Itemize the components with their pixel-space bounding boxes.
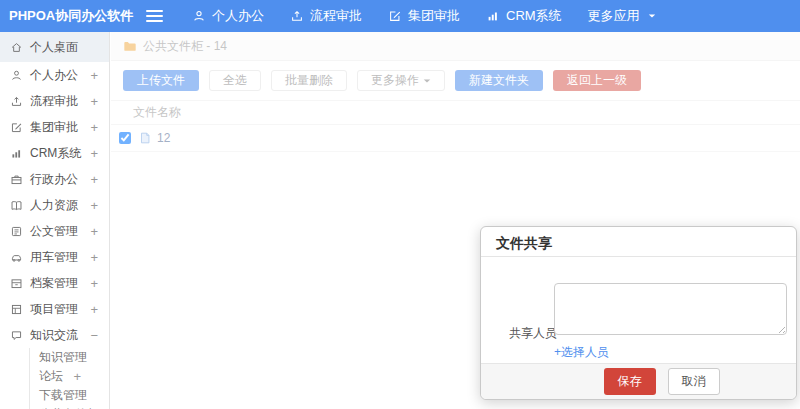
share-members-label: 共享人员 bbox=[509, 325, 557, 342]
document-icon bbox=[10, 225, 23, 238]
sidebar-subitem-label: 知识管理 bbox=[39, 349, 87, 366]
sidebar-item-human-resources[interactable]: 人力资源 + bbox=[0, 192, 109, 218]
sidebar-item-administrative-office[interactable]: 行政办公 + bbox=[0, 166, 109, 192]
book-icon bbox=[10, 199, 23, 212]
car-icon bbox=[10, 251, 23, 264]
nav-item-personal-office[interactable]: 个人办公 bbox=[179, 0, 277, 32]
caret-down-icon bbox=[648, 12, 656, 20]
sidebar-item-label: 个人办公 bbox=[30, 67, 78, 84]
dialog-body: 共享人员 +选择人员 bbox=[481, 257, 796, 363]
sidebar-item-crm-system[interactable]: CRM系统 + bbox=[0, 140, 109, 166]
sidebar-item-label: 人力资源 bbox=[30, 197, 78, 214]
sidebar-item-label: 流程审批 bbox=[30, 93, 78, 110]
expand-icon: + bbox=[90, 68, 98, 83]
select-all-button[interactable]: 全选 bbox=[209, 70, 261, 91]
dialog-footer: 保存 取消 bbox=[481, 363, 796, 399]
flow-icon bbox=[290, 9, 304, 23]
expand-icon: + bbox=[90, 172, 98, 187]
file-toolbar: 上传文件 全选 批量删除 更多操作 新建文件夹 返回上一级 bbox=[111, 61, 800, 100]
batch-delete-button[interactable]: 批量删除 bbox=[271, 70, 347, 91]
expand-icon: + bbox=[90, 146, 98, 161]
top-menu: 个人办公 流程审批 集团审批 CRM系统 更多应用 bbox=[179, 0, 669, 32]
upload-file-button[interactable]: 上传文件 bbox=[123, 70, 199, 91]
folder-icon bbox=[123, 39, 137, 53]
chart-icon bbox=[10, 147, 23, 160]
archive-icon bbox=[10, 277, 23, 290]
sidebar-submenu: 知识管理 论坛 + 下载管理 公共文件柜 bbox=[29, 348, 109, 409]
sidebar-subitem-forum[interactable]: 论坛 + bbox=[30, 367, 109, 386]
sidebar-subitem-label: 论坛 bbox=[39, 368, 63, 385]
top-navbar: PHPOA协同办公软件 个人办公 流程审批 集团审批 CRM系统 更多应用 bbox=[0, 0, 800, 32]
share-members-field-wrap bbox=[554, 283, 787, 335]
share-members-textarea[interactable] bbox=[554, 283, 787, 335]
expand-icon: + bbox=[90, 224, 98, 239]
table-header: 文件名称 bbox=[111, 100, 800, 125]
sidebar-item-label: 知识交流 bbox=[30, 327, 78, 344]
file-share-dialog: 文件共享 共享人员 +选择人员 保存 取消 bbox=[480, 226, 797, 400]
expand-icon: + bbox=[90, 302, 98, 317]
cancel-button[interactable]: 取消 bbox=[668, 368, 720, 395]
go-back-button[interactable]: 返回上一级 bbox=[553, 70, 641, 91]
user-icon bbox=[192, 9, 206, 23]
sidebar-item-label: 用车管理 bbox=[30, 249, 78, 266]
sidebar-item-label: 项目管理 bbox=[30, 301, 78, 318]
app-window: PHPOA协同办公软件 个人办公 流程审批 集团审批 CRM系统 更多应用 bbox=[0, 0, 800, 409]
more-actions-label: 更多操作 bbox=[371, 72, 419, 89]
nav-item-label: 流程审批 bbox=[310, 7, 362, 25]
sidebar-item-personal-office[interactable]: 个人办公 + bbox=[0, 62, 109, 88]
sidebar-item-label: CRM系统 bbox=[30, 145, 81, 162]
new-folder-button[interactable]: 新建文件夹 bbox=[455, 70, 543, 91]
breadcrumb: 公共文件柜 - 14 bbox=[143, 38, 227, 55]
expand-icon: + bbox=[73, 369, 81, 384]
project-icon bbox=[10, 303, 23, 316]
briefcase-icon bbox=[10, 173, 23, 186]
nav-item-label: 更多应用 bbox=[588, 7, 640, 25]
sidebar-item-label: 档案管理 bbox=[30, 275, 78, 292]
edit-icon bbox=[10, 121, 23, 134]
nav-item-label: 集团审批 bbox=[408, 7, 460, 25]
sidebar-item-official-docs[interactable]: 公文管理 + bbox=[0, 218, 109, 244]
expand-icon: + bbox=[90, 276, 98, 291]
nav-item-group-approval[interactable]: 集团审批 bbox=[375, 0, 473, 32]
select-members-link[interactable]: +选择人员 bbox=[554, 344, 609, 361]
sidebar-subitem-public-file-cabinet[interactable]: 公共文件柜 bbox=[30, 405, 109, 409]
sidebar-item-project-management[interactable]: 项目管理 + bbox=[0, 296, 109, 322]
sidebar-item-knowledge-exchange[interactable]: 知识交流 − bbox=[0, 322, 109, 348]
chart-icon bbox=[486, 9, 500, 23]
sidebar-item-group-approval[interactable]: 集团审批 + bbox=[0, 114, 109, 140]
edit-icon bbox=[388, 9, 402, 23]
row-checkbox[interactable] bbox=[119, 132, 131, 144]
nav-item-label: 个人办公 bbox=[212, 7, 264, 25]
file-name: 12 bbox=[157, 131, 170, 145]
breadcrumb-bar: 公共文件柜 - 14 bbox=[111, 32, 800, 61]
file-icon bbox=[138, 131, 152, 145]
nav-item-more-apps[interactable]: 更多应用 bbox=[575, 0, 669, 32]
sidebar-subitem-download-management[interactable]: 下载管理 bbox=[30, 386, 109, 405]
save-button[interactable]: 保存 bbox=[604, 368, 656, 395]
hamburger-menu-icon[interactable] bbox=[146, 10, 163, 22]
home-icon bbox=[10, 41, 23, 54]
table-row[interactable]: 12 bbox=[111, 125, 800, 152]
nav-item-workflow-approval[interactable]: 流程审批 bbox=[277, 0, 375, 32]
sidebar-item-label: 公文管理 bbox=[30, 223, 78, 240]
sidebar-item-archive-management[interactable]: 档案管理 + bbox=[0, 270, 109, 296]
user-icon bbox=[10, 69, 23, 82]
sidebar-item-label: 集团审批 bbox=[30, 119, 78, 136]
collapse-icon: − bbox=[90, 328, 98, 343]
sidebar-item-vehicle-management[interactable]: 用车管理 + bbox=[0, 244, 109, 270]
sidebar-subitem-knowledge-management[interactable]: 知识管理 bbox=[30, 348, 109, 367]
sidebar-item-personal-desktop[interactable]: 个人桌面 bbox=[0, 32, 109, 62]
flow-icon bbox=[10, 95, 23, 108]
dialog-title: 文件共享 bbox=[481, 227, 796, 257]
nav-item-crm-system[interactable]: CRM系统 bbox=[473, 0, 575, 32]
chat-icon bbox=[10, 329, 23, 342]
sidebar-item-label: 个人桌面 bbox=[30, 39, 78, 56]
expand-icon: + bbox=[90, 94, 98, 109]
app-logo: PHPOA协同办公软件 bbox=[0, 7, 138, 25]
expand-icon: + bbox=[90, 250, 98, 265]
sidebar-item-label: 行政办公 bbox=[30, 171, 78, 188]
sidebar-item-workflow-approval[interactable]: 流程审批 + bbox=[0, 88, 109, 114]
expand-icon: + bbox=[90, 120, 98, 135]
more-actions-dropdown[interactable]: 更多操作 bbox=[357, 70, 445, 91]
sidebar: 个人桌面 个人办公 + 流程审批 + 集团审批 + CRM系统 + 行政办公 + bbox=[0, 32, 110, 409]
